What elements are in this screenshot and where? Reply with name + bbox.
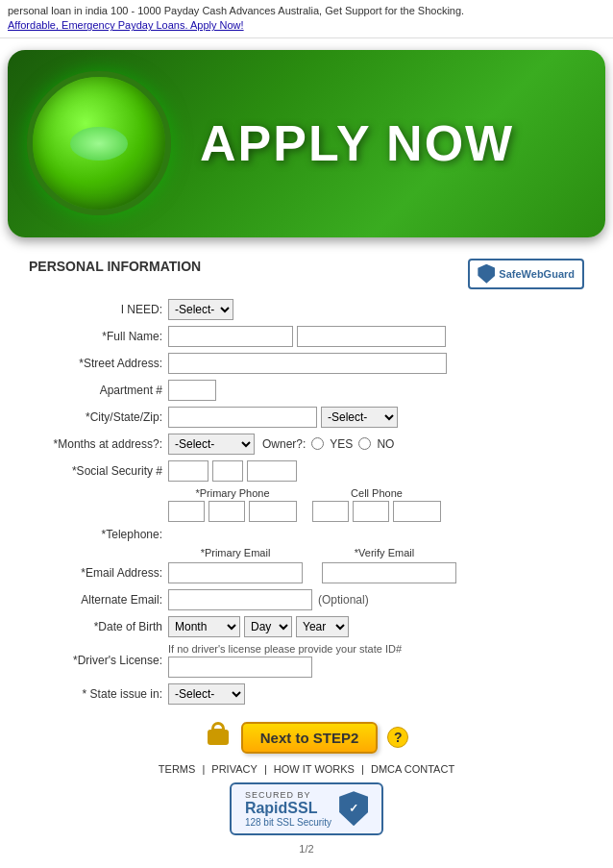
next-area: Next to STEP2 ?	[29, 722, 584, 754]
ssl-shield-icon: ✓	[339, 791, 368, 826]
terms-link[interactable]: TERMS	[159, 763, 196, 775]
apt-label: Apartment #	[29, 384, 168, 397]
banner: APPLY NOW	[8, 50, 605, 237]
apt-row: Apartment #	[29, 380, 584, 401]
owner-section: Owner?: YES NO	[262, 437, 394, 451]
safeguard-badge: SafeWebGuard	[468, 259, 584, 289]
dmca-link[interactable]: DMCA CONTACT	[371, 763, 454, 775]
telephone-label: *Telephone:	[29, 528, 168, 541]
apt-input[interactable]	[168, 380, 216, 401]
telephone-label-row: *Telephone:	[29, 528, 584, 541]
state-issue-select[interactable]: -Select-	[168, 683, 245, 705]
alt-email-row: Alternate Email: (Optional)	[29, 589, 584, 610]
sep1: |	[202, 763, 205, 775]
ssl-inner: SECURED BY RapidSSL 128 bit SSL Security…	[230, 782, 383, 835]
how-it-works-link[interactable]: HOW IT WORKS	[274, 763, 355, 775]
optional-label: (Optional)	[318, 593, 369, 607]
banner-circle-inner	[70, 127, 128, 161]
i-need-select[interactable]: -Select-	[168, 299, 233, 320]
i-need-label: I NEED:	[29, 303, 168, 316]
dob-row: *Date of Birth Month Day Year	[29, 616, 584, 637]
state-select[interactable]: -Select-	[321, 407, 398, 428]
footer-links: TERMS | PRIVACY | HOW IT WORKS | DMCA CO…	[29, 763, 584, 775]
primary-email-label: *Primary Email	[168, 547, 303, 558]
top-bar-text: personal loan in india 100 - 1000 Payday…	[8, 5, 464, 16]
email-label: *Email Address:	[29, 566, 168, 580]
primary-email-input[interactable]	[168, 562, 303, 583]
i-need-row: I NEED: -Select-	[29, 299, 584, 320]
lock-body	[208, 730, 229, 745]
last-name-input[interactable]	[297, 326, 446, 347]
ssl-sub: 128 bit SSL Security	[245, 817, 331, 828]
city-row: *City/State/Zip: -Select-	[29, 407, 584, 428]
privacy-link[interactable]: PRIVACY	[211, 763, 257, 775]
ssn-input-3[interactable]	[247, 460, 297, 482]
ssn-label: *Social Security #	[29, 464, 168, 478]
banner-circle	[27, 71, 171, 215]
drivers-row: *Driver's License: If no driver's licens…	[29, 643, 584, 678]
alt-email-input[interactable]	[168, 589, 312, 610]
pphone-2[interactable]	[208, 501, 245, 522]
dob-month-select[interactable]: Month	[168, 616, 240, 637]
cell-phone-group	[312, 501, 441, 522]
ssn-row: *Social Security #	[29, 460, 584, 482]
primary-phone-label: *Primary Phone	[170, 487, 295, 499]
sep2: |	[264, 763, 267, 775]
form-container: SafeWebGuard PERSONAL INFORMATION I NEED…	[0, 249, 613, 868]
owner-yes-radio[interactable]	[311, 437, 324, 450]
city-input[interactable]	[168, 407, 317, 428]
months-select[interactable]: -Select-	[168, 434, 255, 455]
ssl-badge: SECURED BY RapidSSL 128 bit SSL Security…	[29, 782, 584, 835]
pphone-3[interactable]	[249, 501, 297, 522]
drivers-label: *Driver's License:	[29, 654, 168, 667]
dob-label: *Date of Birth	[29, 620, 168, 633]
yes-label: YES	[330, 437, 353, 451]
street-row: *Street Address:	[29, 353, 584, 374]
verify-email-input[interactable]	[322, 562, 456, 583]
next-button[interactable]: Next to STEP2	[241, 722, 379, 754]
full-name-label: *Full Name:	[29, 330, 168, 343]
help-icon[interactable]: ?	[387, 727, 408, 748]
page-number: 1/2	[29, 843, 584, 862]
pphone-1[interactable]	[168, 501, 205, 522]
ssl-text-block: SECURED BY RapidSSL 128 bit SSL Security	[245, 790, 331, 828]
first-name-input[interactable]	[168, 326, 293, 347]
dob-year-select[interactable]: Year	[296, 616, 349, 637]
cphone-1[interactable]	[312, 501, 349, 522]
phone-labels-row: *Primary Phone Cell Phone	[29, 487, 584, 522]
drivers-section: If no driver's license please provide yo…	[168, 643, 402, 678]
email-labels-row: *Primary Email *Verify Email	[29, 547, 584, 558]
owner-no-radio[interactable]	[358, 437, 371, 450]
owner-label: Owner?:	[262, 437, 306, 451]
city-label: *City/State/Zip:	[29, 410, 168, 424]
cphone-3[interactable]	[393, 501, 441, 522]
cphone-2[interactable]	[353, 501, 389, 522]
shield-icon	[478, 264, 495, 284]
ssn-input-2[interactable]	[212, 460, 243, 482]
full-name-row: *Full Name:	[29, 326, 584, 347]
dob-day-select[interactable]: Day	[244, 616, 292, 637]
state-issue-row: * State issue in: -Select-	[29, 683, 584, 705]
safeguard-label: SafeWebGuard	[499, 268, 575, 280]
lock-icon	[205, 722, 232, 753]
street-input[interactable]	[168, 353, 447, 374]
top-bar: personal loan in india 100 - 1000 Payday…	[0, 0, 613, 38]
no-label: NO	[377, 437, 394, 451]
months-row: *Months at address?: -Select- Owner?: YE…	[29, 434, 584, 455]
months-label: *Months at address?:	[29, 437, 168, 451]
banner-text[interactable]: APPLY NOW	[200, 114, 514, 172]
cell-phone-label: Cell Phone	[324, 487, 429, 499]
ssl-secured-by: SECURED BY	[245, 790, 311, 800]
street-label: *Street Address:	[29, 357, 168, 370]
alt-email-label: Alternate Email:	[29, 593, 168, 607]
sep3: |	[361, 763, 364, 775]
drivers-input[interactable]	[168, 657, 312, 678]
ssn-group	[168, 460, 297, 482]
drivers-note: If no driver's license please provide yo…	[168, 643, 402, 655]
email-row: *Email Address:	[29, 562, 584, 583]
state-issue-label: * State issue in:	[29, 687, 168, 701]
ssl-brand: RapidSSL	[245, 800, 318, 817]
top-bar-link[interactable]: Affordable, Emergency Payday Loans. Appl…	[8, 19, 244, 31]
primary-phone-group	[168, 501, 297, 522]
ssn-input-1[interactable]	[168, 460, 208, 482]
